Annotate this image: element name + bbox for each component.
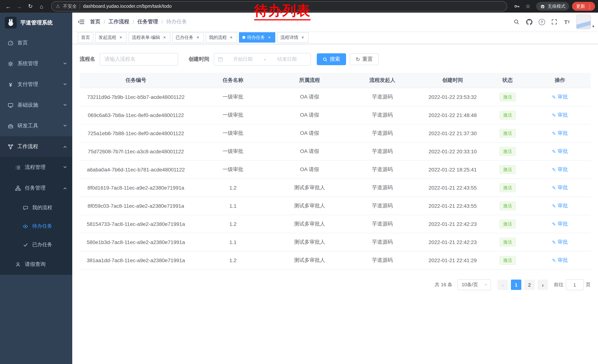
gear-icon — [8, 61, 14, 66]
app-logo[interactable]: 芋道管理系统 — [0, 13, 72, 32]
tab-close-icon[interactable]: × — [300, 35, 305, 40]
tab-close-icon[interactable]: × — [195, 35, 200, 40]
approve-link[interactable]: ✎审批 — [552, 239, 568, 245]
goto-page-input[interactable]: 1 — [566, 279, 583, 290]
table-cell: 069c6a63-7b8a-11ec-8ef0-acde48001122 — [80, 106, 192, 124]
tab-form-edit[interactable]: 流程表单-编辑 × — [129, 32, 170, 43]
yen-icon: ¥ — [8, 81, 14, 88]
approve-label: 审批 — [557, 221, 568, 227]
navbar-actions: ? TT ▾ — [510, 13, 598, 31]
table-row: 580e1b3d-7ac8-11ec-a9e2-a2380e71991a1.1测… — [80, 233, 590, 251]
status-badge: 激活 — [499, 183, 516, 192]
update-button[interactable]: 更新 ⋮ — [572, 2, 595, 11]
sidebar-item-infrastructure[interactable]: 基础设施 — [0, 95, 72, 115]
table-cell: 芋道源码 — [345, 233, 419, 251]
table-cell: 芋道源码 — [345, 215, 419, 233]
edit-pencil-icon: ✎ — [552, 167, 556, 172]
refresh-icon: ↻ — [356, 57, 360, 62]
page-2-button[interactable]: 2 — [524, 280, 535, 290]
tab-process-detail[interactable]: 流程详情 × — [277, 32, 309, 43]
url-text[interactable]: dashboard.yudao.iocoder.cn/bpm/task/todo — [83, 4, 172, 9]
avatar[interactable] — [576, 15, 591, 29]
table-cell: 1.2 — [192, 215, 274, 233]
table-row: a6aba0a4-7b6d-11ec-b781-acde48001122一级审批… — [80, 161, 590, 179]
search-icon[interactable] — [510, 13, 523, 31]
page-1-button[interactable]: 1 — [511, 280, 521, 290]
approve-link[interactable]: ✎审批 — [552, 94, 568, 100]
sidebar-item-devtools[interactable]: 研发工具 — [0, 115, 72, 136]
chevron-up-icon — [63, 144, 67, 150]
tab-todo-tasks[interactable]: 待办任务 × — [239, 32, 275, 43]
approve-link[interactable]: ✎审批 — [552, 130, 568, 137]
fullscreen-icon[interactable] — [548, 13, 561, 31]
table-header-row: 任务编号 任务名称 所属流程 流程发起人 创建时间 状态 操作 — [80, 73, 590, 88]
tab-start-process[interactable]: 发起流程 × — [95, 32, 127, 43]
column-header-action: 操作 — [529, 73, 590, 88]
menu-kebab-icon[interactable]: ⋮ — [586, 4, 593, 9]
reload-icon[interactable]: ↻ — [25, 1, 36, 11]
table-cell: 芋道源码 — [345, 251, 419, 269]
sidebar-item-label: 系统管理 — [17, 60, 38, 67]
table-cell: 2022-01-21 22:43:55 — [419, 197, 486, 215]
check-icon — [22, 242, 29, 247]
help-icon[interactable]: ? — [536, 13, 548, 31]
sidebar-collapse-icon[interactable] — [72, 13, 90, 31]
sidebar-item-workflow[interactable]: 工作流程 — [0, 136, 72, 157]
page-size-value: 10条/页 — [462, 281, 478, 288]
table-row: 725a1eb6-7b88-11ec-8ef0-acde48001122一级审批… — [80, 124, 590, 142]
tab-done-tasks[interactable]: 已办任务 × — [172, 32, 204, 43]
search-button[interactable]: 搜索 — [317, 53, 346, 65]
tab-close-icon[interactable]: × — [267, 35, 272, 40]
sidebar-item-my-process[interactable]: 我的流程 — [0, 198, 72, 217]
security-label[interactable]: 不安全 — [63, 3, 77, 9]
password-key-icon[interactable] — [512, 1, 522, 11]
approve-link[interactable]: ✎审批 — [552, 202, 568, 209]
sidebar-item-label: 工作流程 — [17, 143, 38, 150]
date-range-picker[interactable]: 开始日期 - 结束日期 — [214, 53, 311, 65]
table-cell: 2022-01-21 22:42:23 — [419, 233, 486, 251]
sidebar-item-label: 已办任务 — [32, 242, 52, 248]
prev-page-button[interactable]: ‹ — [498, 280, 508, 290]
forward-icon[interactable]: → — [14, 1, 25, 11]
sidebar-item-process-mgmt[interactable]: 流程管理 — [0, 157, 72, 178]
action-cell: ✎审批 — [529, 106, 590, 124]
home-icon[interactable]: ⌂ — [36, 1, 47, 11]
back-icon[interactable]: ← — [3, 1, 13, 11]
font-size-icon[interactable]: TT — [561, 13, 573, 31]
tab-close-icon[interactable]: × — [162, 35, 167, 40]
bookmark-star-icon[interactable]: ☆ — [523, 1, 533, 11]
sidebar-item-task-mgmt[interactable]: 任务管理 — [0, 178, 72, 198]
sidebar-item-home[interactable]: 首页 — [0, 32, 72, 53]
sidebar-item-leave-query[interactable]: 请假查询 — [0, 254, 72, 275]
approve-link[interactable]: ✎审批 — [552, 184, 568, 191]
approve-link[interactable]: ✎审批 — [552, 221, 568, 227]
approve-link[interactable]: ✎审批 — [552, 148, 568, 155]
user-menu[interactable]: ▾ — [576, 15, 594, 29]
next-page-button[interactable]: › — [538, 280, 548, 290]
reset-button[interactable]: ↻ 重置 — [350, 53, 378, 65]
approve-link[interactable]: ✎审批 — [552, 112, 568, 119]
tab-close-icon[interactable]: × — [229, 35, 234, 40]
sidebar-item-todo-tasks[interactable]: 待办任务 — [0, 217, 72, 235]
approve-link[interactable]: ✎审批 — [552, 257, 568, 264]
sidebar-item-system[interactable]: 系统管理 — [0, 53, 72, 74]
tab-label: 首页 — [81, 34, 90, 40]
approve-link[interactable]: ✎审批 — [552, 166, 568, 173]
breadcrumb-home[interactable]: 首页 — [90, 18, 100, 25]
table-cell: 一级审批 — [192, 88, 274, 106]
table-row: 381aa1dd-7ac8-11ec-a9e2-a2380e71991a1.2测… — [80, 251, 590, 269]
tab-home[interactable]: 首页 — [78, 32, 93, 43]
sidebar-item-payment[interactable]: ¥ 支付管理 — [0, 74, 72, 95]
edit-pencil-icon: ✎ — [552, 185, 556, 191]
table-cell: 一级审批 — [192, 106, 274, 124]
table-cell: 2022-01-21 22:41:29 — [419, 251, 486, 269]
process-name-input[interactable]: 请输入流程名 — [100, 53, 178, 65]
edit-pencil-icon: ✎ — [552, 221, 556, 227]
sidebar-item-done-tasks[interactable]: 已办任务 — [0, 235, 72, 254]
github-icon[interactable] — [523, 13, 536, 31]
page-size-select[interactable]: 10条/页 — [457, 279, 491, 290]
tab-close-icon[interactable]: × — [118, 35, 123, 40]
tab-my-process[interactable]: 我的流程 × — [206, 32, 237, 43]
breadcrumb-workflow[interactable]: 工作流程 — [108, 18, 129, 25]
breadcrumb-task-mgmt[interactable]: 任务管理 — [137, 18, 158, 25]
